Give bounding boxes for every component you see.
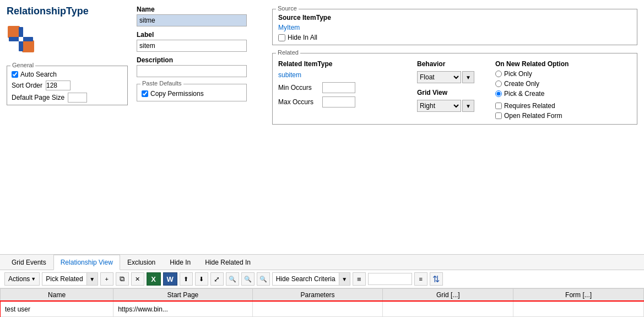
- open-related-form-checkbox[interactable]: [495, 112, 502, 119]
- copy-permissions-label: Copy Permissions: [150, 90, 204, 98]
- pick-only-radio[interactable]: [495, 71, 502, 77]
- requires-related-checkbox[interactable]: [495, 103, 502, 109]
- related-item-type-label: Related ItemType: [278, 60, 410, 68]
- add-icon: +: [105, 276, 108, 282]
- filter-icon: ≡: [419, 276, 422, 282]
- tab-relationship-view[interactable]: Relationship View: [53, 255, 120, 270]
- tabs-row: Grid Events Relationship View Exclusion …: [0, 255, 644, 270]
- row-name: test user: [1, 302, 113, 317]
- table-body: test user https://www.bin...: [1, 302, 644, 317]
- col-header-form: Form [...]: [513, 289, 644, 302]
- auto-search-checkbox[interactable]: [12, 71, 18, 78]
- grid-view-select[interactable]: Right Left Bottom: [417, 100, 461, 112]
- tab-exclusion[interactable]: Exclusion: [120, 255, 163, 270]
- search-del-button[interactable]: 🔍: [257, 272, 270, 286]
- related-left: Related ItemType subitem Min Occurs Max …: [278, 60, 410, 120]
- pick-create-radio[interactable]: [495, 90, 502, 97]
- add-button[interactable]: +: [100, 272, 113, 286]
- col-header-name: Name: [1, 289, 113, 302]
- search-button[interactable]: 🔍: [226, 272, 239, 286]
- row-form: [513, 302, 644, 317]
- source-item-type-link[interactable]: MyItem: [278, 24, 631, 31]
- hide-search-label: Hide Search Criteria: [273, 275, 339, 283]
- name-input[interactable]: [137, 14, 247, 26]
- sort-icon: ⇅: [432, 274, 440, 284]
- copy-button[interactable]: ⧉: [116, 272, 129, 286]
- word-button[interactable]: W: [163, 272, 177, 286]
- excel-icon: X: [151, 275, 156, 283]
- default-page-size-input[interactable]: [68, 93, 87, 103]
- search-add-button[interactable]: 🔍: [241, 272, 255, 286]
- link-button[interactable]: ⤢: [210, 272, 224, 286]
- search-toolbar-input[interactable]: [368, 273, 412, 285]
- col-header-parameters: Parameters: [252, 289, 383, 302]
- pick-related-select[interactable]: Pick Related ▼: [42, 272, 98, 286]
- pick-create-label: Pick & Create: [504, 90, 544, 98]
- paste-defaults-box: Paste Defaults Copy Permissions: [137, 84, 247, 101]
- create-only-row: Create Only: [495, 80, 631, 88]
- grid-lines-button[interactable]: ≡: [353, 272, 366, 286]
- tab-grid-events[interactable]: Grid Events: [4, 255, 53, 270]
- related-item-type-link[interactable]: subitem: [278, 71, 410, 79]
- excel-button[interactable]: X: [147, 272, 161, 286]
- actions-button[interactable]: Actions ▼: [4, 272, 40, 286]
- min-occurs-input[interactable]: [322, 82, 355, 93]
- behavior-select[interactable]: Float Locked Floating: [417, 71, 461, 83]
- auto-search-label: Auto Search: [20, 71, 57, 78]
- grid-view-dropdown-btn[interactable]: ▼: [462, 100, 474, 112]
- top-section: RelationshipType General: [0, 0, 644, 254]
- sort-order-label: Sort Order: [12, 82, 42, 89]
- hide-in-all-checkbox[interactable]: [278, 34, 285, 41]
- name-label: Name: [137, 6, 263, 13]
- open-related-form-row: Open Related Form: [495, 112, 631, 120]
- table-row[interactable]: test user https://www.bin...: [1, 302, 644, 317]
- search-icon: 🔍: [229, 276, 236, 283]
- bottom-section: Grid Events Relationship View Exclusion …: [0, 254, 644, 317]
- behavior-label: Behavior: [417, 60, 489, 68]
- tab-hide-related-in[interactable]: Hide Related In: [198, 255, 258, 270]
- max-occurs-input[interactable]: [322, 96, 355, 108]
- download-button[interactable]: ⬇: [195, 272, 208, 286]
- pick-related-arrow-icon[interactable]: ▼: [86, 273, 98, 285]
- upload-button[interactable]: ⬆: [180, 272, 193, 286]
- name-group: Name: [137, 6, 263, 26]
- sort-button[interactable]: ⇅: [430, 272, 443, 286]
- source-fieldset: Source Source ItemType MyItem Hide In Al…: [272, 9, 637, 45]
- search-add-icon: 🔍: [244, 276, 252, 283]
- related-mid: Behavior Float Locked Floating ▼ Grid Vi…: [417, 60, 489, 120]
- open-related-form-label: Open Related Form: [504, 112, 562, 120]
- max-occurs-row: Max Occurs: [278, 96, 410, 108]
- source-legend: Source: [276, 5, 299, 12]
- hide-search-select[interactable]: Hide Search Criteria ▼: [272, 272, 350, 286]
- grid-view-dropdown-row: Right Left Bottom ▼: [417, 100, 489, 112]
- create-only-label: Create Only: [504, 80, 539, 88]
- label-group: Label: [137, 31, 263, 52]
- pick-create-row: Pick & Create: [495, 90, 631, 98]
- copy-icon: ⧉: [120, 275, 125, 283]
- filter-button[interactable]: ≡: [414, 272, 427, 286]
- requires-related-row: Requires Related: [495, 102, 631, 110]
- actions-label: Actions: [8, 275, 30, 283]
- create-only-radio[interactable]: [495, 80, 502, 87]
- default-page-size-label: Default Page Size: [12, 94, 64, 101]
- app-title: RelationshipType: [7, 6, 128, 17]
- data-table: Name Start Page Parameters Grid [...] Fo…: [0, 288, 644, 317]
- label-label: Label: [137, 31, 263, 39]
- row-grid: [383, 302, 513, 317]
- sort-order-input[interactable]: [46, 80, 71, 90]
- toolbar-row: Actions ▼ Pick Related ▼ + ⧉ ✕ X W: [0, 270, 644, 288]
- table-header-row: Name Start Page Parameters Grid [...] Fo…: [1, 289, 644, 302]
- search-del-icon: 🔍: [259, 276, 267, 283]
- copy-permissions-checkbox[interactable]: [142, 90, 148, 97]
- hide-in-all-label: Hide In All: [288, 34, 317, 41]
- hide-search-arrow-icon[interactable]: ▼: [339, 273, 350, 285]
- tab-hide-in[interactable]: Hide In: [163, 255, 198, 270]
- description-input[interactable]: [137, 65, 247, 77]
- svg-rect-0: [8, 26, 20, 38]
- delete-button[interactable]: ✕: [131, 272, 144, 286]
- label-input[interactable]: [137, 40, 247, 52]
- behavior-dropdown-btn[interactable]: ▼: [462, 71, 474, 83]
- min-occurs-row: Min Occurs: [278, 82, 410, 93]
- hide-in-all-row: Hide In All: [278, 34, 631, 41]
- left-column: RelationshipType General: [7, 6, 128, 249]
